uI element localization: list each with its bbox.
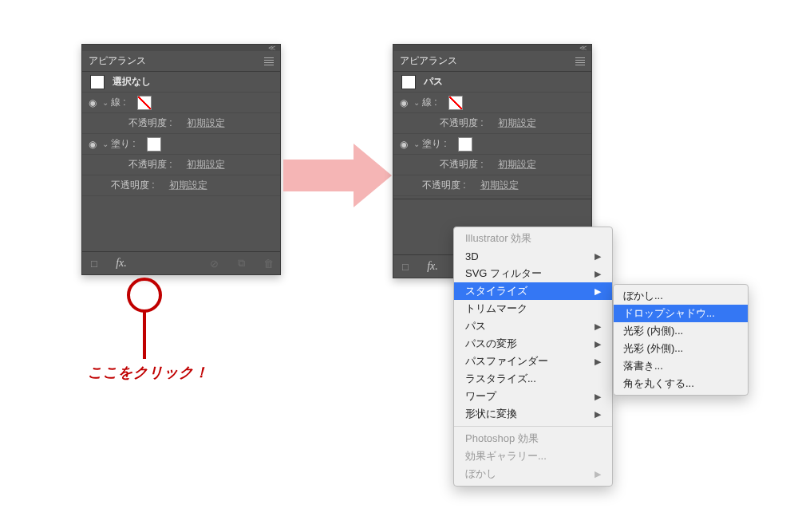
duplicate-icon[interactable]: ⧉ xyxy=(234,257,248,270)
selection-status: パス xyxy=(424,75,443,89)
menu-header-illustrator: Illustrator 効果 xyxy=(454,230,612,247)
menu-item-blur[interactable]: ぼかし▶ xyxy=(454,465,612,483)
chevron-down-icon[interactable]: ⌄ xyxy=(100,98,111,107)
menu-item-rasterize[interactable]: ラスタライズ... xyxy=(454,370,612,388)
new-art-icon[interactable]: □ xyxy=(398,261,413,273)
collapse-icon: ≪ xyxy=(268,44,275,52)
callout-text: ここをクリック！ xyxy=(88,363,209,382)
overall-opacity-value[interactable]: 初期設定 xyxy=(480,179,519,192)
visibility-icon[interactable]: ◉ xyxy=(397,139,411,150)
collapse-icon: ≪ xyxy=(579,44,587,52)
submenu-arrow-icon: ▶ xyxy=(595,269,601,279)
visibility-icon[interactable]: ◉ xyxy=(397,97,411,108)
visibility-icon[interactable]: ◉ xyxy=(85,97,100,108)
stroke-label: 線 : xyxy=(111,96,126,109)
fill-opacity-value[interactable]: 初期設定 xyxy=(187,158,225,171)
overall-opacity-label: 不透明度 : xyxy=(422,179,466,192)
submenu-arrow-icon: ▶ xyxy=(595,339,601,349)
stroke-color-swatch[interactable] xyxy=(137,96,152,110)
visibility-icon[interactable]: ◉ xyxy=(85,139,100,150)
submenu-arrow-icon: ▶ xyxy=(595,409,601,420)
stroke-opacity-value[interactable]: 初期設定 xyxy=(498,116,536,130)
callout-line xyxy=(143,311,146,359)
submenu-item-feather[interactable]: ぼかし... xyxy=(614,287,748,305)
submenu-item-scribble[interactable]: 落書き... xyxy=(614,357,748,375)
menu-item-convert-shape[interactable]: 形状に変換▶ xyxy=(454,405,612,423)
submenu-arrow-icon: ▶ xyxy=(595,392,601,402)
overall-opacity-label: 不透明度 : xyxy=(111,179,155,192)
menu-item-trim-marks[interactable]: トリムマーク xyxy=(454,300,612,317)
panel-menu-icon[interactable] xyxy=(264,57,274,65)
submenu-item-inner-glow[interactable]: 光彩 (内側)... xyxy=(614,322,748,340)
stroke-opacity-label: 不透明度 : xyxy=(128,116,172,130)
chevron-down-icon[interactable]: ⌄ xyxy=(411,98,422,107)
stroke-label: 線 : xyxy=(422,96,437,109)
menu-item-3d[interactable]: 3D▶ xyxy=(454,247,612,265)
new-art-icon[interactable]: □ xyxy=(87,258,101,270)
stroke-color-swatch[interactable] xyxy=(448,96,463,110)
submenu-arrow-icon: ▶ xyxy=(595,251,601,262)
fill-color-swatch[interactable] xyxy=(147,137,161,152)
fill-label: 塗り : xyxy=(422,137,447,151)
path-swatch xyxy=(401,75,416,89)
menu-item-svg-filter[interactable]: SVG フィルター▶ xyxy=(454,265,612,282)
fx-context-menu: Illustrator 効果 3D▶ SVG フィルター▶ スタイライズ▶ トリ… xyxy=(453,227,613,487)
trash-icon[interactable]: 🗑 xyxy=(261,258,275,270)
no-selection-swatch xyxy=(90,75,105,89)
menu-item-effect-gallery[interactable]: 効果ギャラリー... xyxy=(454,447,612,465)
menu-item-stylize[interactable]: スタイライズ▶ xyxy=(454,282,612,300)
menu-item-pathfinder[interactable]: パスファインダー▶ xyxy=(454,353,612,370)
menu-item-distort[interactable]: パスの変形▶ xyxy=(454,335,612,353)
submenu-arrow-icon: ▶ xyxy=(595,357,601,367)
chevron-down-icon[interactable]: ⌄ xyxy=(100,140,111,148)
fx-button[interactable]: fx. xyxy=(425,260,440,273)
panel-menu-icon[interactable] xyxy=(575,57,585,65)
panel-tab-appearance[interactable]: アピアランス xyxy=(400,54,457,68)
panel-tab-appearance[interactable]: アピアランス xyxy=(89,54,146,68)
fill-opacity-label: 不透明度 : xyxy=(128,158,172,171)
stroke-opacity-label: 不透明度 : xyxy=(440,116,484,130)
submenu-arrow-icon: ▶ xyxy=(595,469,601,479)
submenu-arrow-icon: ▶ xyxy=(595,321,601,332)
fill-opacity-value[interactable]: 初期設定 xyxy=(498,158,536,171)
callout-circle xyxy=(127,278,162,313)
fill-color-swatch[interactable] xyxy=(458,137,472,152)
menu-item-warp[interactable]: ワープ▶ xyxy=(454,388,612,405)
fill-label: 塗り : xyxy=(111,137,136,151)
appearance-panel-left: ≪ アピアランス 選択なし ◉ ⌄ 線 : 不透明度 : 初期設定 ◉ ⌄ 塗り… xyxy=(81,44,281,275)
chevron-down-icon[interactable]: ⌄ xyxy=(411,140,422,148)
menu-header-photoshop: Photoshop 効果 xyxy=(454,430,612,447)
panel-collapse-bar[interactable]: ≪ xyxy=(82,45,280,51)
stroke-opacity-value[interactable]: 初期設定 xyxy=(187,116,225,130)
menu-item-path[interactable]: パス▶ xyxy=(454,317,612,335)
submenu-arrow-icon: ▶ xyxy=(595,286,601,297)
fx-button[interactable]: fx. xyxy=(114,257,128,270)
submenu-item-outer-glow[interactable]: 光彩 (外側)... xyxy=(614,340,748,357)
submenu-item-round-corners[interactable]: 角を丸くする... xyxy=(614,375,748,392)
overall-opacity-value[interactable]: 初期設定 xyxy=(169,179,207,192)
transition-arrow xyxy=(283,144,395,207)
clear-appearance-icon[interactable]: ⊘ xyxy=(207,258,221,270)
selection-status: 選択なし xyxy=(113,75,151,89)
submenu-item-drop-shadow[interactable]: ドロップシャドウ... xyxy=(614,305,748,322)
stylize-submenu: ぼかし... ドロップシャドウ... 光彩 (内側)... 光彩 (外側)...… xyxy=(613,284,749,396)
panel-collapse-bar[interactable]: ≪ xyxy=(393,45,591,51)
fill-opacity-label: 不透明度 : xyxy=(440,158,484,171)
